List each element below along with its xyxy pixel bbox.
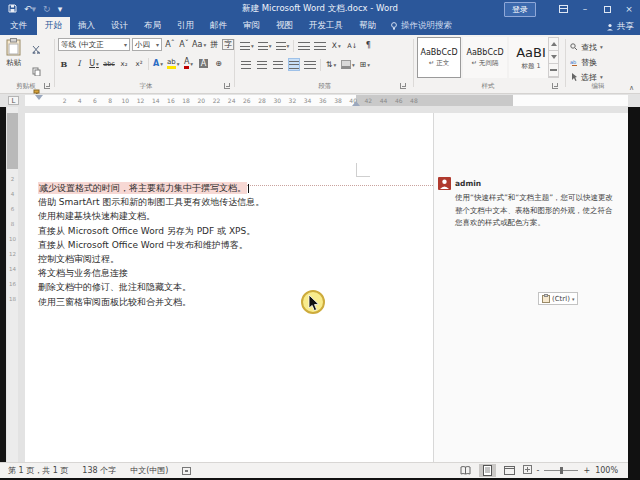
style-normal[interactable]: AaBbCcD ↵ 正文 [417,37,461,78]
character-border-button[interactable]: 字 [222,39,234,50]
macro-record-icon[interactable] [182,467,191,475]
increase-indent-button[interactable] [314,39,326,52]
numbering-button[interactable]: ▾ [258,39,272,52]
document-line[interactable]: 控制文档审阅过程。 [38,252,428,266]
document-line[interactable]: 借助 SmartArt 图示和新的制图工具更有效地传达信息。 [38,195,428,209]
tab-developer[interactable]: 开发工具 [301,17,351,35]
document-line[interactable]: 使用构建基块快速构建文档。 [38,209,428,223]
line-spacing-button[interactable]: ⇅▾ [325,58,337,71]
tab-home[interactable]: 开始 [37,17,70,35]
align-center-button[interactable] [256,58,268,71]
font-dialog-launcher[interactable] [224,83,230,89]
tab-layout[interactable]: 布局 [136,17,169,35]
styles-gallery-scrollbar[interactable] [548,37,559,78]
horizontal-ruler[interactable]: 2468101214161820222426283032343638404244… [25,95,628,106]
document-line[interactable]: 直接从 Microsoft Office Word 另存为 PDF 或 XPS。 [38,224,428,238]
character-shading-button[interactable]: A [198,57,210,70]
zoom-slider-thumb[interactable] [560,467,563,474]
right-indent-marker[interactable] [352,101,360,106]
show-hide-marks-button[interactable]: ¶ [362,39,374,52]
align-left-button[interactable] [240,58,252,71]
vertical-ruler[interactable]: 24681012141618 [7,107,18,462]
decrease-indent-button[interactable] [298,39,310,52]
styles-scroll-up[interactable] [549,38,558,51]
font-size-combobox[interactable]: 小四▾ [132,38,162,51]
page[interactable]: 减少设置格式的时间，将主要精力集中于撰写文档。 借助 SmartArt 图示和新… [25,113,628,462]
minimize-button[interactable]: – [574,0,596,18]
paste-options-button[interactable]: (Ctrl) ▾ [538,292,578,305]
change-case-button[interactable]: Aa▾ [192,38,206,51]
page-indicator[interactable]: 第 1 页，共 1 页 [8,465,68,476]
paste-button[interactable]: 粘贴 [6,38,21,68]
collapse-ribbon-button[interactable]: ∧ [629,84,634,92]
justify-button[interactable] [288,58,300,71]
tell-me-search[interactable]: 操作说明搜索 [384,17,458,35]
shading-button[interactable]: ▾ [341,58,355,71]
language-indicator[interactable]: 中文(中国) [130,465,168,476]
restore-button[interactable] [596,0,618,18]
tab-help[interactable]: 帮助 [351,17,384,35]
sign-in-button[interactable]: 登录 [504,2,536,17]
document-line[interactable]: 将文档与业务信息连接 [38,266,428,280]
commented-text-highlight[interactable]: 减少设置格式的时间，将主要精力集中于撰写文档。 [38,182,247,194]
redo-button[interactable]: ↻ [43,5,51,14]
text-highlight-color-button[interactable]: ab▾ [167,57,180,70]
superscript-button[interactable]: x² [133,57,145,70]
clipboard-dialog-launcher[interactable] [44,83,50,89]
distribute-button[interactable] [304,58,316,71]
print-layout-button[interactable] [479,464,496,477]
enclose-characters-button[interactable]: ⊕ [213,57,225,70]
style-heading1[interactable]: AaBI 标题 1 [509,37,553,78]
bullets-button[interactable]: ▾ [240,39,254,52]
word-count[interactable]: 138 个字 [82,465,116,476]
asian-layout-button[interactable]: X▾ [330,39,342,52]
close-button[interactable]: × [618,0,640,18]
italic-button[interactable]: I [73,57,85,70]
tab-mailings[interactable]: 邮件 [202,17,235,35]
tab-stop-selector[interactable]: L [8,96,19,105]
web-layout-button[interactable] [501,464,518,477]
styles-gallery-more[interactable] [549,64,558,77]
subscript-button[interactable]: x₂ [118,57,130,70]
grow-font-button[interactable]: Aˆ [164,38,176,51]
first-line-indent-marker[interactable] [35,95,43,100]
text-effects-button[interactable]: A▾ [152,57,164,70]
style-no-spacing[interactable]: AaBbCcD ↵ 无间隔 [463,37,507,78]
zoom-in-button[interactable]: + [583,466,590,475]
ribbon-display-options-button[interactable] [552,0,574,18]
phonetic-guide-button[interactable]: 拼 [208,38,220,51]
paragraph-dialog-launcher[interactable] [400,83,406,89]
align-right-button[interactable] [272,58,284,71]
tab-insert[interactable]: 插入 [70,17,103,35]
read-mode-button[interactable] [457,464,474,477]
tab-file[interactable]: 文件 [0,17,37,35]
underline-button[interactable]: U▾ [88,57,100,70]
zoom-out-button[interactable]: - [537,466,540,475]
font-name-combobox[interactable]: 等线 (中文正▾ [58,38,130,51]
tab-design[interactable]: 设计 [103,17,136,35]
zoom-percentage[interactable]: 100% [595,466,618,475]
zoom-level-icon[interactable] [523,465,532,476]
tab-review[interactable]: 审阅 [235,17,268,35]
replace-button[interactable]: ab 替换 [570,55,636,69]
styles-scroll-down[interactable] [549,51,558,64]
font-color-button[interactable]: A▾ [183,57,195,70]
styles-dialog-launcher[interactable] [552,83,558,89]
find-button[interactable]: 查找▾ [570,40,636,54]
document-line[interactable]: 直接从 Microsoft Office Word 中发布和维护博客。 [38,238,428,252]
document-line[interactable]: 删除文档中的修订、批注和隐藏文本。 [38,280,428,294]
shrink-font-button[interactable]: Aˇ [178,38,190,51]
strikethrough-button[interactable]: abc [103,57,115,70]
customize-qat-button[interactable]: ▾ [58,5,63,14]
document-line[interactable]: 减少设置格式的时间，将主要精力集中于撰写文档。 [38,181,428,195]
tab-view[interactable]: 视图 [268,17,301,35]
borders-button[interactable]: ⊞▾ [359,58,371,71]
copy-button[interactable] [32,61,41,80]
bold-button[interactable]: B [58,57,70,70]
comment-body[interactable]: 使用“快速样式”和“文档主题”，您可以快速更改整个文档中文本、表格和图形的外观，… [455,192,615,230]
cut-button[interactable] [32,39,41,58]
save-icon[interactable] [8,4,17,15]
multilevel-list-button[interactable]: ▾ [276,39,290,52]
zoom-slider[interactable] [544,470,578,471]
undo-button[interactable]: ↶▾ [24,5,36,14]
